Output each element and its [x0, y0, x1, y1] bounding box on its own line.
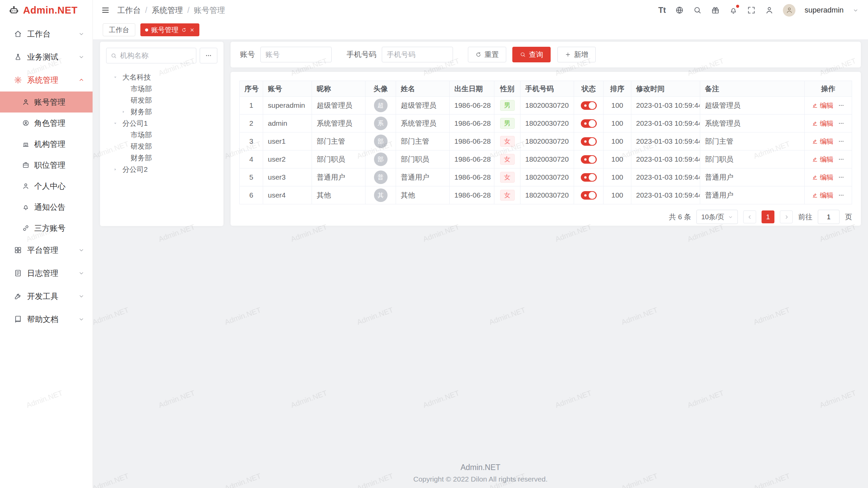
tree-node[interactable]: 市场部	[106, 83, 217, 95]
more-actions-button[interactable]	[838, 138, 844, 144]
profile-icon[interactable]	[765, 6, 774, 15]
sidebar-item-position-manage[interactable]: 职位管理	[0, 155, 93, 176]
status-toggle[interactable]	[581, 119, 597, 128]
cell-remark: 系统管理员	[700, 115, 805, 133]
user-avatar[interactable]	[783, 4, 795, 17]
sidebar-subitem-label: 角色管理	[34, 118, 65, 128]
cell-phone: 18020030720	[520, 150, 574, 168]
more-actions-button[interactable]	[838, 120, 844, 126]
tree-node[interactable]: 研发部	[106, 95, 217, 106]
status-toggle[interactable]	[581, 155, 597, 164]
more-actions-button[interactable]	[838, 102, 844, 108]
status-toggle[interactable]	[581, 137, 597, 146]
sidebar-subitem-label: 账号管理	[34, 97, 65, 107]
status-toggle[interactable]	[581, 101, 597, 110]
sidebar-item-dev-tools[interactable]: 开发工具	[0, 285, 93, 308]
page-size-select[interactable]: 10条/页	[696, 210, 738, 224]
tree-node[interactable]: 财务部	[106, 106, 217, 118]
row-avatar: 超	[374, 99, 388, 112]
table-row: 4user2部门职员部部门职员1986-06-28女18020030720100…	[240, 150, 852, 168]
goto-page-input[interactable]	[818, 210, 840, 224]
edit-button[interactable]: 编辑	[812, 155, 833, 164]
more-actions-button[interactable]	[838, 156, 844, 162]
edit-button[interactable]: 编辑	[812, 191, 833, 200]
bell-icon	[22, 203, 29, 211]
cell-gender: 女	[494, 150, 520, 168]
tree-node[interactable]: 研发部	[106, 141, 217, 152]
tree-node-label: 分公司2	[122, 165, 148, 174]
prev-page-button[interactable]	[743, 210, 756, 223]
sidebar-item-help-docs[interactable]: 帮助文档	[0, 308, 93, 331]
sidebar-item-personal-center[interactable]: 个人中心	[0, 176, 93, 197]
menu-collapse-icon[interactable]	[101, 6, 110, 15]
cell-order: 100	[604, 133, 631, 150]
edit-button[interactable]: 编辑	[812, 173, 833, 182]
font-size-icon[interactable]: Tt	[658, 5, 666, 15]
logo[interactable]: Admin.NET	[0, 0, 93, 20]
next-page-button[interactable]	[780, 210, 793, 223]
cell-time: 2023-01-03 10:59:44	[631, 133, 700, 150]
gender-badge: 女	[500, 136, 515, 147]
language-icon[interactable]	[675, 6, 684, 15]
cell-avatar: 超	[366, 97, 396, 115]
edit-button[interactable]: 编辑	[812, 119, 833, 128]
search-icon[interactable]	[693, 6, 702, 15]
sidebar-item-platform-manage[interactable]: 平台管理	[0, 239, 93, 262]
status-toggle[interactable]	[581, 191, 597, 200]
cell-account: user4	[263, 186, 312, 204]
tree-more-button[interactable]	[200, 48, 217, 63]
breadcrumb-item[interactable]: 账号管理	[194, 5, 225, 16]
row-avatar: 部	[374, 135, 388, 148]
sidebar-item-org-manage[interactable]: 机构管理	[0, 134, 93, 155]
tree-caret-icon[interactable]	[113, 75, 122, 80]
cell-account: user1	[263, 133, 312, 150]
close-icon[interactable]	[190, 27, 195, 33]
breadcrumb-item[interactable]: 系统管理	[152, 5, 183, 16]
tree-node[interactable]: 财务部	[106, 152, 217, 164]
sidebar-item-system-manage[interactable]: 系统管理	[0, 68, 93, 92]
tree-caret-icon[interactable]	[113, 121, 122, 126]
tree-node[interactable]: 市场部	[106, 129, 217, 141]
sidebar-item-role-manage[interactable]: 角色管理	[0, 113, 93, 134]
cell-no: 5	[240, 168, 263, 186]
breadcrumb-item[interactable]: 工作台	[117, 5, 141, 16]
more-actions-button[interactable]	[838, 192, 844, 198]
sidebar-item-log-manage[interactable]: 日志管理	[0, 262, 93, 285]
tab-工作台[interactable]: 工作台	[103, 23, 135, 36]
cell-order: 100	[604, 168, 631, 186]
sidebar-item-business-test[interactable]: 业务测试	[0, 45, 93, 68]
sidebar-item-workbench[interactable]: 工作台	[0, 22, 93, 45]
phone-input[interactable]	[382, 47, 453, 62]
tree-node[interactable]: 大名科技	[106, 72, 217, 83]
reset-button[interactable]: 重置	[468, 47, 506, 62]
tree-node-label: 财务部	[131, 153, 152, 163]
cell-no: 3	[240, 133, 263, 150]
tree-node[interactable]: 分公司2	[106, 164, 217, 175]
add-button[interactable]: 新增	[557, 47, 596, 62]
org-tree: 大名科技市场部研发部财务部分公司1市场部研发部财务部分公司2	[106, 72, 217, 175]
sidebar-item-account-manage[interactable]: 账号管理	[0, 92, 93, 113]
edit-button[interactable]: 编辑	[812, 101, 833, 110]
org-search-input[interactable]	[120, 52, 192, 60]
notification-bell-icon[interactable]	[729, 6, 738, 15]
tree-caret-icon[interactable]	[121, 109, 131, 114]
theme-icon[interactable]	[711, 6, 720, 15]
fullscreen-icon[interactable]	[747, 6, 756, 15]
tab-账号管理[interactable]: 账号管理	[140, 23, 199, 36]
status-toggle[interactable]	[581, 173, 597, 182]
edit-button[interactable]: 编辑	[812, 137, 833, 146]
sidebar-item-third-account[interactable]: 三方账号	[0, 218, 93, 239]
accounts-table-card: 序号账号昵称头像姓名出生日期性别手机号码状态排序修改时间备注操作 1supera…	[231, 72, 861, 226]
tree-caret-icon[interactable]	[113, 167, 122, 172]
chevron-down-icon[interactable]	[853, 7, 859, 13]
plus-icon	[565, 52, 571, 58]
sidebar-item-notice[interactable]: 通知公告	[0, 197, 93, 218]
refresh-icon[interactable]	[181, 27, 186, 33]
cell-remark: 超级管理员	[700, 97, 805, 115]
account-input[interactable]	[260, 47, 332, 62]
username[interactable]: superadmin	[805, 6, 844, 15]
more-actions-button[interactable]	[838, 174, 844, 180]
tree-node[interactable]: 分公司1	[106, 118, 217, 129]
current-page-button[interactable]: 1	[762, 210, 774, 223]
query-button[interactable]: 查询	[512, 47, 551, 62]
